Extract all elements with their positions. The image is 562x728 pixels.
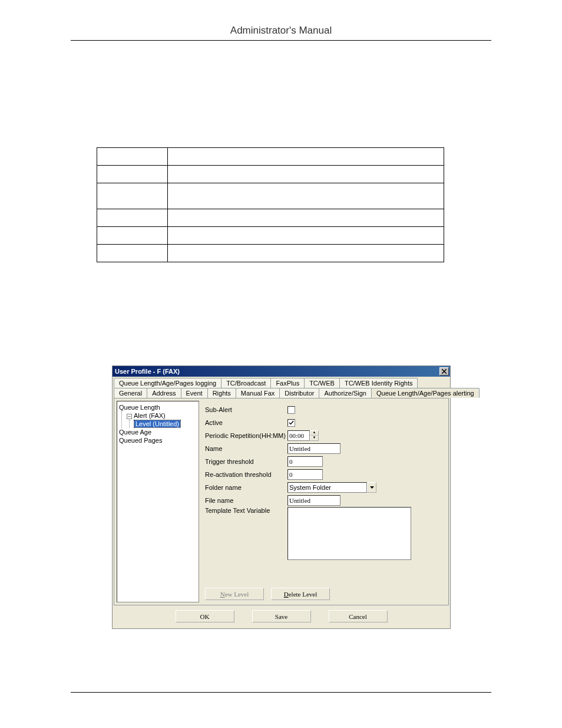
tab-address[interactable]: Address xyxy=(147,388,181,398)
template-textarea[interactable] xyxy=(287,507,411,560)
tree-item-level[interactable]: Level (Untitled) xyxy=(134,420,197,428)
tab-logging[interactable]: Queue Length/Age/Pages logging xyxy=(114,378,222,388)
tree-item-alert-label: Alert (FAX) xyxy=(134,412,166,419)
table-row xyxy=(97,148,444,166)
tab-alerting[interactable]: Queue Length/Age/Pages alerting xyxy=(371,388,480,398)
close-icon xyxy=(442,369,447,374)
folder-select[interactable]: System Folder xyxy=(287,482,367,493)
tree-item-queuelength[interactable]: Queue Length xyxy=(119,403,197,411)
tab-row-2: General Address Event Rights Manual Fax … xyxy=(114,388,449,398)
close-button[interactable] xyxy=(439,367,449,375)
page-footer-rule xyxy=(71,692,491,693)
trigger-input[interactable] xyxy=(287,456,323,467)
sub-alert-checkbox[interactable] xyxy=(287,406,295,414)
sub-alert-label: Sub-Alert xyxy=(205,406,287,413)
save-button[interactable]: Save xyxy=(252,610,311,622)
tab-tcweb[interactable]: TC/WEB xyxy=(304,378,340,388)
tree-collapse-icon[interactable]: − xyxy=(127,414,132,419)
tree-item-level-label: Level (Untitled) xyxy=(134,420,180,427)
spin-up-button[interactable]: ▲ xyxy=(310,430,319,436)
tabs: Queue Length/Age/Pages logging TC/Broadc… xyxy=(113,377,450,398)
dialog-title: User Profile - F (FAX) xyxy=(115,368,180,375)
table-row xyxy=(97,183,444,209)
name-label: Name xyxy=(205,445,287,452)
page-header: Administrator's Manual xyxy=(71,25,491,41)
file-label: File name xyxy=(205,497,287,504)
tab-rights[interactable]: Rights xyxy=(207,388,236,398)
tab-distributor[interactable]: Distributor xyxy=(279,388,319,398)
check-icon xyxy=(289,420,294,426)
dialog-user-profile: User Profile - F (FAX) Queue Length/Age/… xyxy=(112,365,451,629)
active-label: Active xyxy=(205,419,287,426)
tab-manualfax[interactable]: Manual Fax xyxy=(236,388,280,398)
tab-authorize[interactable]: Authorize/Sign xyxy=(319,388,372,398)
tree-view[interactable]: Queue Length −Alert (FAX) Level (Untitle… xyxy=(117,401,199,602)
tab-row-1: Queue Length/Age/Pages logging TC/Broadc… xyxy=(114,378,449,388)
periodic-input[interactable] xyxy=(287,430,310,441)
new-level-button[interactable]: New Level xyxy=(205,588,264,600)
form-area: Sub-Alert Active Periodic Repetition(HH:… xyxy=(199,398,448,605)
tab-body: Queue Length −Alert (FAX) Level (Untitle… xyxy=(114,398,449,605)
tab-general[interactable]: General xyxy=(114,388,147,398)
dialog-footer: OK Save Cancel xyxy=(113,607,450,628)
tab-faxplus[interactable]: FaxPlus xyxy=(270,378,305,388)
template-label: Template Text Variable xyxy=(205,507,287,514)
file-input[interactable] xyxy=(287,495,340,506)
page-header-title: Administrator's Manual xyxy=(230,25,332,38)
tree-item-queuedpages[interactable]: Queued Pages xyxy=(119,436,197,444)
doc-table xyxy=(97,147,444,262)
tree-item-alert[interactable]: −Alert (FAX) xyxy=(127,411,197,420)
tab-event[interactable]: Event xyxy=(181,388,208,398)
spin-down-button[interactable]: ▼ xyxy=(310,436,319,441)
reactivation-input[interactable] xyxy=(287,469,323,480)
folder-select-value: System Folder xyxy=(289,484,331,491)
tab-tcbroadcast[interactable]: TC/Broadcast xyxy=(221,378,271,388)
chevron-down-icon xyxy=(370,486,374,489)
folder-select-dropdown-button[interactable] xyxy=(367,482,376,493)
delete-level-button[interactable]: Delete Level xyxy=(271,588,330,600)
tab-tcweb-rights[interactable]: TC/WEB Identity Rights xyxy=(339,378,418,388)
table-row xyxy=(97,209,444,227)
active-checkbox[interactable] xyxy=(287,419,295,427)
trigger-label: Trigger threshold xyxy=(205,458,287,465)
cancel-button[interactable]: Cancel xyxy=(329,610,388,622)
tree-item-queueage[interactable]: Queue Age xyxy=(119,428,197,436)
titlebar[interactable]: User Profile - F (FAX) xyxy=(113,366,450,377)
reactivation-label: Re-activation threshold xyxy=(205,471,287,478)
table-row xyxy=(97,245,444,262)
ok-button[interactable]: OK xyxy=(176,610,234,622)
name-input[interactable] xyxy=(287,443,340,454)
table-row xyxy=(97,166,444,183)
table-row xyxy=(97,227,444,245)
periodic-label: Periodic Repetition(HH:MM) xyxy=(205,432,287,439)
folder-label: Folder name xyxy=(205,484,287,491)
